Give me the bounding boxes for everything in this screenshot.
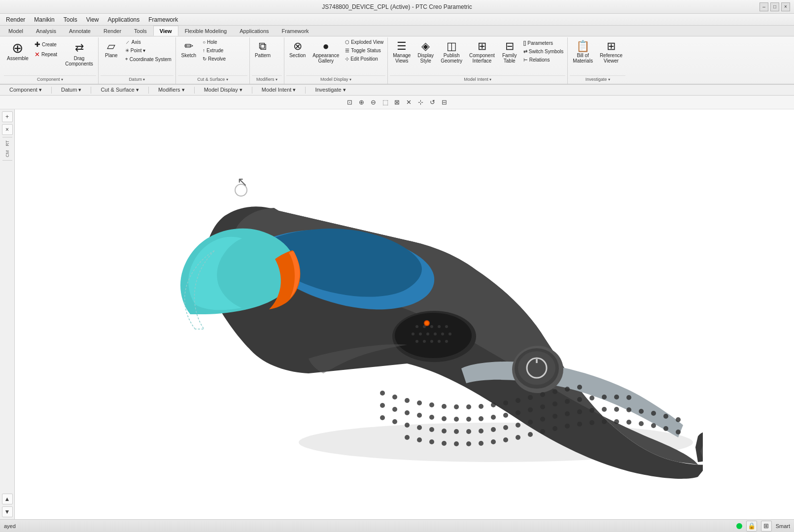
extrude-button[interactable]: ↑ Extrude: [201, 47, 228, 54]
pan-button[interactable]: ✕: [404, 97, 414, 108]
saved-view-button[interactable]: ↺: [427, 97, 438, 108]
bill-of-materials-button[interactable]: 📋 Bill ofMaterials: [570, 38, 596, 65]
hole-button[interactable]: ○ Hole: [201, 38, 228, 46]
pattern-button[interactable]: ⧉ Pattern: [252, 38, 274, 60]
subtab-model-intent[interactable]: Model Intent ▾: [256, 85, 302, 95]
component-interface-button[interactable]: ⊞ ComponentInterface: [466, 38, 498, 65]
tab-render[interactable]: Render: [97, 26, 128, 36]
svg-point-70: [454, 429, 459, 434]
switch-symbols-button[interactable]: ⇄ Switch Symbols: [521, 48, 566, 55]
zoom-fit-button[interactable]: ⊡: [345, 97, 355, 108]
family-table-button[interactable]: ⊟ FamilyTable: [499, 38, 520, 65]
status-tool-btn-1[interactable]: 🔒: [746, 521, 757, 532]
sidebar-scroll-up[interactable]: ▲: [2, 494, 13, 504]
toggle-status-button[interactable]: ☰ Toggle Status: [343, 47, 385, 54]
relations-button[interactable]: ⊢ Relations: [521, 56, 566, 64]
subtab-investigate[interactable]: Investigate ▾: [310, 85, 351, 95]
window-controls: – □ ×: [759, 2, 790, 11]
svg-point-48: [442, 416, 447, 421]
viewport[interactable]: ↖: [15, 109, 794, 519]
reference-viewer-button[interactable]: ⊞ ReferenceViewer: [597, 38, 625, 65]
repeat-button[interactable]: ✕ Repeat: [33, 50, 59, 59]
svg-point-64: [380, 415, 385, 420]
ribbon-tabs: Model Analysis Annotate Render Tools Vie…: [0, 26, 794, 36]
menu-applications[interactable]: Applications: [104, 15, 144, 24]
tab-tools[interactable]: Tools: [128, 26, 153, 36]
manage-views-button[interactable]: ☰ ManageViews: [390, 38, 414, 65]
group-investigate: 📋 Bill ofMaterials ⊞ ReferenceViewer Inv…: [568, 37, 627, 84]
drag-components-button[interactable]: ⇄ DragComponents: [62, 38, 96, 68]
edit-position-label: Edit Position: [350, 56, 378, 62]
sidebar-close-button[interactable]: ×: [2, 124, 13, 135]
sidebar-plus-button[interactable]: +: [2, 111, 13, 122]
svg-point-98: [516, 435, 520, 440]
maximize-button[interactable]: □: [770, 2, 779, 11]
menu-tools[interactable]: Tools: [60, 15, 81, 24]
create-button[interactable]: ✚ Create: [33, 39, 59, 49]
svg-point-83: [614, 407, 619, 412]
refit-button[interactable]: ⬚: [380, 97, 391, 108]
sidebar-scroll-down[interactable]: ▼: [2, 506, 13, 517]
zoom-in-button[interactable]: ⊕: [356, 97, 367, 108]
tab-annotate[interactable]: Annotate: [63, 26, 97, 36]
subtab-cut-surface[interactable]: Cut & Surface ▾: [95, 85, 144, 95]
edit-position-icon: ⊹: [345, 56, 349, 62]
plane-button[interactable]: ▱ Plane: [101, 38, 122, 60]
point-button[interactable]: ✳ Point ▾: [123, 47, 173, 54]
exploded-view-button[interactable]: ⬡ Exploded View: [343, 38, 385, 46]
coordinate-system-button[interactable]: ⌖ Coordinate System: [123, 55, 173, 63]
revolve-button[interactable]: ↻ Revolve: [201, 55, 228, 63]
section-button[interactable]: ⊗ Section: [286, 38, 309, 60]
dynamic-orient-button[interactable]: ⊹: [415, 97, 426, 108]
tab-model[interactable]: Model: [2, 26, 30, 36]
subtab-model-display[interactable]: Model Display ▾: [199, 85, 248, 95]
section-icon: ⊗: [293, 40, 302, 53]
assemble-button[interactable]: ⊕ Assemble: [4, 38, 32, 63]
svg-point-56: [540, 404, 545, 409]
plane-icon: ▱: [107, 40, 115, 53]
tab-view[interactable]: View: [153, 26, 178, 36]
menu-manikin[interactable]: Manikin: [30, 15, 58, 24]
orient-mode-button[interactable]: ⊟: [439, 97, 450, 108]
tab-framework[interactable]: Framework: [276, 26, 315, 36]
svg-point-89: [405, 435, 410, 440]
device-model-svg: ↖: [161, 130, 703, 499]
manage-views-icon: ☰: [397, 40, 407, 53]
edit-position-button[interactable]: ⊹ Edit Position: [343, 55, 385, 63]
menu-render[interactable]: Render: [2, 15, 29, 24]
publish-geometry-icon: ◫: [447, 40, 457, 53]
tab-analysis[interactable]: Analysis: [30, 26, 63, 36]
appearance-gallery-button[interactable]: ● AppearanceGallery: [310, 38, 342, 65]
parameters-button[interactable]: [] Parameters: [521, 39, 566, 47]
subtab-component[interactable]: Component ▾: [4, 85, 47, 95]
menu-view[interactable]: View: [82, 15, 103, 24]
svg-point-73: [491, 427, 496, 432]
subtab-modifiers[interactable]: Modifiers ▾: [153, 85, 190, 95]
appearance-label: AppearanceGallery: [312, 53, 339, 64]
parameters-label: Parameters: [527, 40, 553, 46]
hole-icon: ○: [203, 39, 206, 45]
subtab-datum[interactable]: Datum ▾: [56, 85, 87, 95]
svg-point-2: [395, 313, 472, 358]
svg-point-82: [602, 407, 607, 412]
svg-point-90: [417, 437, 422, 442]
status-tool-btn-2[interactable]: ⊞: [761, 521, 772, 532]
zoom-out-button[interactable]: ⊖: [368, 97, 379, 108]
svg-point-66: [405, 423, 410, 428]
axis-button[interactable]: ⟋ Axis: [123, 38, 173, 46]
rotate-button[interactable]: ⊠: [392, 97, 403, 108]
status-bar: ayed 🔒 ⊞ Smart: [0, 519, 794, 532]
display-style-button[interactable]: ◈ DisplayStyle: [414, 38, 437, 65]
close-button[interactable]: ×: [781, 2, 790, 11]
svg-point-102: [565, 424, 570, 429]
main-area: + × RT CM ▲ ▼: [0, 109, 794, 519]
svg-point-60: [589, 396, 594, 400]
menu-framework[interactable]: Framework: [144, 15, 182, 24]
tab-flexible-modeling[interactable]: Flexible Modeling: [178, 26, 234, 36]
sketch-button[interactable]: ✏ Sketch: [178, 38, 200, 60]
publish-geometry-button[interactable]: ◫ PublishGeometry: [438, 38, 465, 65]
sketch-label: Sketch: [181, 53, 197, 58]
tab-applications[interactable]: Applications: [233, 26, 275, 36]
minimize-button[interactable]: –: [759, 2, 768, 11]
switch-symbols-icon: ⇄: [523, 49, 527, 54]
